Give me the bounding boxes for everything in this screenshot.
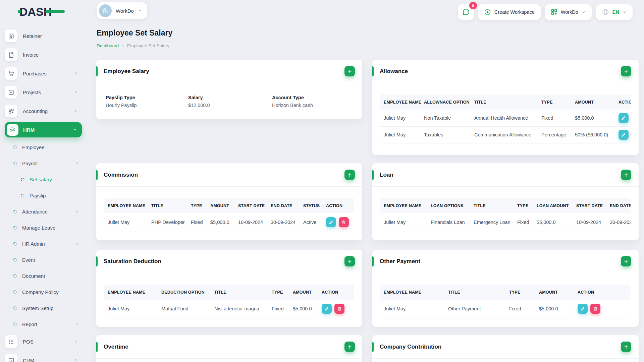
- hrm-target-icon: [7, 124, 18, 136]
- sidebar-item-event[interactable]: Event: [0, 252, 87, 268]
- bullet-ring-icon: [20, 193, 25, 198]
- add-overtime-button[interactable]: +: [344, 342, 355, 352]
- cell-type: Fixed: [268, 300, 289, 318]
- table-header-row: EMPLOYEE NAME TITLE TYPE AMOUNT ACTION: [380, 285, 631, 300]
- cell-employee-name: Juliet May: [380, 126, 421, 143]
- cell-amount: $5,000.0: [207, 213, 235, 232]
- sidebar-item-crm[interactable]: CRM: [0, 351, 87, 362]
- sidebar-item-label: Purchases: [23, 71, 47, 76]
- card-title: Overtime: [104, 344, 128, 350]
- sidebar-item-document[interactable]: Document: [0, 268, 87, 284]
- pencil-icon: [580, 306, 585, 311]
- bullet-ring-icon: [13, 257, 18, 262]
- edit-button[interactable]: [619, 113, 629, 123]
- chevron-right-icon: [75, 209, 79, 214]
- sidebar-item-payroll[interactable]: Payroll: [0, 155, 87, 171]
- delete-button[interactable]: [339, 217, 349, 227]
- add-company-contribution-button[interactable]: +: [621, 342, 631, 352]
- delete-button[interactable]: [334, 304, 344, 314]
- sidebar-item-set-salary[interactable]: Set salary: [0, 171, 87, 187]
- workspace-name: WorkDo: [116, 8, 134, 14]
- add-other-payment-button[interactable]: +: [621, 256, 631, 266]
- pos-dots-icon: [5, 335, 17, 348]
- delete-button[interactable]: [590, 304, 600, 314]
- breadcrumb-dashboard-link[interactable]: Dashboard: [97, 43, 119, 48]
- col-header: ALLOWNACE OPTION: [421, 95, 471, 110]
- field-value: Horizon Bank cash: [272, 103, 354, 108]
- allowance-card: Allowance + EMPLOYEE NAME ALLOWNACE OPTI…: [372, 60, 639, 155]
- edit-button[interactable]: [322, 304, 332, 314]
- crm-screen-icon: [5, 354, 17, 362]
- chevron-right-icon: [75, 322, 79, 326]
- sidebar-item-attendance[interactable]: Attendance: [0, 203, 87, 220]
- saturation-deduction-table: EMPLOYEE NAME DEDUCTION OPTION TITLE TYP…: [104, 285, 354, 318]
- sidebar-item-label: Payroll: [22, 161, 38, 166]
- cell-type: Fixed: [538, 110, 572, 126]
- col-header: TYPE: [187, 198, 207, 213]
- cell-employee-name: Juliet May: [380, 213, 427, 232]
- bullet-ring-icon: [13, 289, 18, 295]
- card-header: Other Payment +: [372, 250, 639, 273]
- messages-button[interactable]: 0: [458, 4, 474, 20]
- cell-type: Fixed: [187, 213, 207, 232]
- employee-salary-body: Payslip Type Hourly Payslip Salary $12,0…: [96, 83, 362, 108]
- sidebar-item-accounting[interactable]: Accounting: [0, 102, 87, 120]
- sidebar-item-label: POS: [23, 339, 34, 345]
- sidebar-item-manage-leave[interactable]: Manage Leave: [0, 220, 87, 236]
- table-header-row: EMPLOYEE NAME LOAN OPTIONS TITLE TYPE LO…: [380, 198, 631, 213]
- sidebar-item-hr-admin[interactable]: HR Admin: [0, 236, 87, 252]
- col-header: TITLE: [211, 285, 268, 300]
- language-selector[interactable]: EN: [596, 4, 633, 20]
- col-header: TYPE: [538, 95, 572, 110]
- sidebar-item-hrm[interactable]: HRM: [5, 122, 82, 137]
- company-contribution-card: Company Contribution +: [372, 335, 639, 362]
- sidebar-item-purchases[interactable]: Purchases: [0, 64, 87, 83]
- sidebar-item-employee[interactable]: Employee: [0, 139, 87, 155]
- add-saturation-deduction-button[interactable]: +: [344, 256, 355, 266]
- card-header: Saturation Deduction +: [96, 250, 362, 273]
- chevron-down-icon: [623, 10, 627, 14]
- sidebar-item-payslip[interactable]: Payslip: [0, 187, 87, 203]
- sidebar-item-company-policy[interactable]: Company Policy: [0, 284, 87, 300]
- add-employee-salary-button[interactable]: +: [344, 66, 355, 76]
- sidebar-item-label: HR Admin: [22, 241, 45, 247]
- bullet-ring-icon: [13, 321, 18, 327]
- cell-title: Nisi a tenetur magna: [211, 300, 268, 318]
- field-label: Account Type: [272, 95, 354, 100]
- col-header: EMPLOYEE NAME: [380, 285, 445, 300]
- col-header: STATUS: [300, 198, 323, 213]
- col-header: TYPE: [514, 198, 533, 213]
- sidebar-item-projects[interactable]: Projects: [0, 83, 87, 102]
- sidebar-item-report[interactable]: Report: [0, 316, 87, 332]
- workspace-avatar: [99, 4, 112, 17]
- pencil-icon: [324, 306, 329, 311]
- edit-button[interactable]: [326, 217, 336, 227]
- create-workspace-button[interactable]: Create Workspace: [478, 4, 541, 20]
- app-menu-button[interactable]: WorkDo: [545, 4, 592, 20]
- sidebar: Retainer Invoice Purchases Projects: [0, 24, 87, 362]
- sidebar-item-system-setup[interactable]: System Setup: [0, 300, 87, 316]
- col-header: LOAN OPTIONS: [427, 198, 470, 213]
- sidebar-item-pos[interactable]: POS: [0, 332, 87, 351]
- cell-employee-name: Juliet May: [104, 213, 148, 232]
- col-header: DEDUCTION OPTION: [158, 285, 211, 300]
- col-header: TITLE: [445, 285, 506, 300]
- add-loan-button[interactable]: +: [621, 170, 631, 180]
- col-header: TYPE: [506, 285, 536, 300]
- add-allowance-button[interactable]: +: [621, 66, 631, 76]
- cell-allowance-option: Non Taxable: [421, 110, 471, 126]
- chevron-down-icon: [582, 10, 586, 14]
- add-commission-button[interactable]: +: [344, 170, 355, 180]
- logo-accent-bar: [45, 10, 65, 13]
- edit-button[interactable]: [619, 130, 629, 140]
- workspace-switcher[interactable]: WorkDo: [97, 2, 147, 19]
- bullet-ring-icon: [13, 161, 18, 166]
- sidebar-item-invoice[interactable]: Invoice: [0, 45, 87, 64]
- edit-button[interactable]: [578, 304, 588, 314]
- col-header: TITLE: [470, 198, 514, 213]
- col-header: EMPLOYEE NAME: [380, 95, 421, 110]
- bullet-ring-icon: [13, 305, 18, 311]
- table-header-row: EMPLOYEE NAME DEDUCTION OPTION TITLE TYP…: [104, 285, 354, 300]
- sidebar-item-retainer[interactable]: Retainer: [0, 26, 87, 45]
- cell-type: Fixed: [506, 300, 536, 318]
